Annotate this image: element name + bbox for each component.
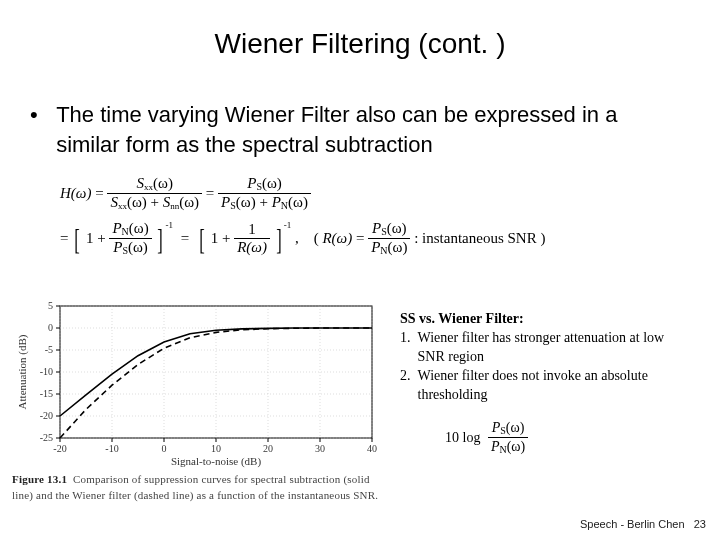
se-nsub: N	[499, 444, 506, 455]
se-w2: (ω)	[507, 439, 526, 454]
eq-Rw2: R(ω)	[322, 230, 352, 246]
attenuation-chart: -20-10010203040-25-20-15-10-505Signal-to…	[12, 298, 382, 468]
equation-row-1: H(ω) = Sxx(ω) Sxx(ω) + Snn(ω) = PS(ω) PS…	[60, 176, 660, 211]
eq-lparen: (	[314, 230, 319, 246]
bullet-text: The time varying Wiener Filter also can …	[56, 100, 686, 159]
side-equation: 10 log PS(ω) PN(ω)	[445, 420, 528, 455]
se-w1: (ω)	[506, 420, 525, 435]
slide: Wiener Filtering (cont. ) • The time var…	[0, 0, 720, 540]
svg-text:-20: -20	[53, 443, 66, 454]
side-note-text-2: Wiener filter does not invoke an absolut…	[418, 367, 688, 405]
eq-frac-snr: PS(ω) PN(ω)	[368, 221, 410, 256]
figure-caption-text: Comparison of suppression curves for spe…	[12, 473, 378, 501]
eq-nsub3: N	[380, 245, 387, 256]
svg-text:0: 0	[48, 322, 53, 333]
svg-text:5: 5	[48, 300, 53, 311]
figure-caption: Figure 13.1 Comparison of suppression cu…	[12, 472, 382, 504]
eq-equals: =	[95, 185, 103, 201]
svg-text:10: 10	[211, 443, 221, 454]
svg-text:20: 20	[263, 443, 273, 454]
svg-text:-10: -10	[105, 443, 118, 454]
bullet-block: • The time varying Wiener Filter also ca…	[30, 100, 690, 159]
eq-frac-1r: 1 R(ω)	[234, 222, 270, 255]
eq-xx-sub: xx	[144, 182, 153, 192]
eq-plus4: +	[222, 230, 230, 246]
eq-w2: (ω)	[127, 194, 147, 210]
eq-w10: (ω)	[388, 239, 408, 255]
eq-sxx2: S	[110, 194, 118, 210]
eq-plus2: +	[259, 194, 267, 210]
eq-one2: 1	[211, 230, 219, 246]
eq-Rw: R(ω)	[237, 239, 267, 255]
eq-rparen: )	[540, 230, 545, 246]
equation-block: H(ω) = Sxx(ω) Sxx(ω) + Snn(ω) = PS(ω) PS…	[60, 170, 660, 262]
svg-text:40: 40	[367, 443, 377, 454]
eq-plus1: +	[151, 194, 159, 210]
eq-neg1a: -1	[165, 220, 173, 230]
eq-nn-sub: nn	[170, 201, 179, 211]
eq-w6: (ω)	[288, 194, 308, 210]
side-note: SS vs. Wiener Filter: 1. Wiener filter h…	[400, 310, 700, 404]
eq-lbracket2: [	[199, 224, 205, 254]
eq-equals3: =	[60, 230, 68, 246]
eq-w9: (ω)	[387, 220, 407, 236]
eq-w5: (ω)	[236, 194, 256, 210]
eq-comma: ,	[295, 230, 299, 246]
tenlog: 10 log	[445, 430, 480, 445]
eq-pn1: P	[272, 194, 281, 210]
eq-one3: 1	[234, 222, 270, 239]
eq-ps1: P	[247, 175, 256, 191]
eq-w8: (ω)	[128, 239, 148, 255]
svg-text:0: 0	[162, 443, 167, 454]
eq-frac-pnps: PN(ω) PS(ω)	[109, 221, 151, 256]
eq-plus3: +	[97, 230, 105, 246]
eq-sxx: S	[137, 175, 145, 191]
page-number: 23	[694, 518, 706, 530]
side-note-item-2: 2. Wiener filter does not invoke an abso…	[400, 367, 700, 405]
side-note-text-1: Wiener filter has stronger attenuation a…	[418, 329, 688, 367]
page-title: Wiener Filtering (cont. )	[0, 28, 720, 60]
svg-text:-25: -25	[40, 432, 53, 443]
side-frac: PS(ω) PN(ω)	[488, 420, 528, 455]
eq-ps4: P	[372, 220, 381, 236]
eq-H: H(ω)	[60, 185, 91, 201]
eq-w1: (ω)	[153, 175, 173, 191]
eq-equals4: =	[181, 230, 189, 246]
eq-rbracket1: ]	[158, 224, 164, 254]
figure: -20-10010203040-25-20-15-10-505Signal-to…	[12, 298, 382, 504]
eq-pn2: P	[112, 220, 121, 236]
eq-pn3: P	[371, 239, 380, 255]
se-ps: P	[492, 420, 501, 435]
svg-text:Attenuation (dB): Attenuation (dB)	[16, 334, 29, 409]
eq-snr-label: : instantaneous SNR	[414, 230, 537, 246]
eq-w7: (ω)	[129, 220, 149, 236]
eq-frac-sxx: Sxx(ω) Sxx(ω) + Snn(ω)	[107, 176, 202, 211]
footer-text: Speech - Berlin Chen	[580, 518, 685, 530]
side-note-num-2: 2.	[400, 367, 414, 386]
eq-equals5: =	[356, 230, 364, 246]
svg-text:30: 30	[315, 443, 325, 454]
eq-w3: (ω)	[179, 194, 199, 210]
side-note-heading: SS vs. Wiener Filter:	[400, 310, 700, 329]
side-note-num-1: 1.	[400, 329, 414, 348]
footer: Speech - Berlin Chen 23	[580, 518, 706, 530]
equation-row-2: = [ 1 + PN(ω) PS(ω) ]-1 = [ 1 + 1 R(ω) ]…	[60, 221, 660, 256]
bullet-marker: •	[30, 100, 50, 130]
eq-rbracket2: ]	[276, 224, 282, 254]
eq-neg1b: -1	[284, 220, 292, 230]
eq-w4: (ω)	[262, 175, 282, 191]
eq-equals2: =	[206, 185, 214, 201]
eq-frac-ps: PS(ω) PS(ω) + PN(ω)	[218, 176, 311, 211]
side-note-item-1: 1. Wiener filter has stronger attenuatio…	[400, 329, 700, 367]
svg-text:-15: -15	[40, 388, 53, 399]
svg-text:Signal-to-noise (dB): Signal-to-noise (dB)	[171, 455, 261, 468]
eq-nsub1: N	[281, 200, 288, 211]
svg-text:-10: -10	[40, 366, 53, 377]
svg-text:-20: -20	[40, 410, 53, 421]
eq-ps2: P	[221, 194, 230, 210]
eq-one1: 1	[86, 230, 94, 246]
eq-nsub2: N	[122, 226, 129, 237]
eq-xx-sub2: xx	[118, 201, 127, 211]
figure-label: Figure 13.1	[12, 473, 67, 485]
eq-lbracket1: [	[74, 224, 80, 254]
